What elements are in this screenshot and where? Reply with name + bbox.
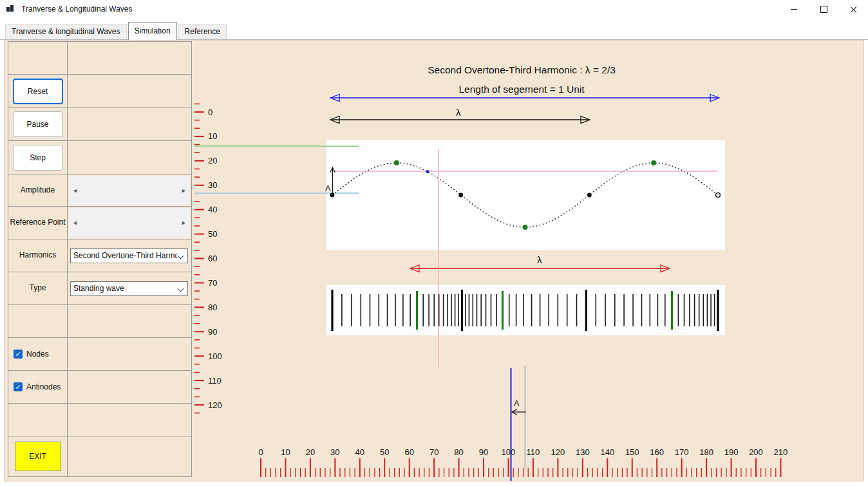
scroll-left-icon[interactable]: ◄ [72,187,78,194]
type-cell: Standing wave [68,272,192,305]
close-icon [850,6,857,13]
antinodes-label: Antinodes [26,382,61,391]
longitudinal-wave-panel [326,285,725,335]
amplitude-scroll-cell: ◄ ► [68,174,192,207]
antinodes-cell: ✓ Antinodes [8,371,68,404]
maximize-button[interactable] [809,0,838,18]
tab-reference[interactable]: Reference [178,24,227,39]
empty-cell [68,436,192,477]
type-value: Standing wave [71,284,177,293]
app-icon [6,5,15,13]
nodes-cell: ✓ Nodes [8,338,68,371]
empty-cell [8,42,68,75]
harmonics-value: Second Overtone-Third Harmonic [71,251,177,260]
empty-cell [8,305,68,338]
harmonics-dropdown[interactable]: Second Overtone-Third Harmonic [70,248,188,263]
exit-button[interactable]: EXIT [15,442,61,471]
scroll-left-icon[interactable]: ◄ [72,220,78,226]
exit-cell: EXIT [8,436,68,477]
check-icon: ✓ [15,350,21,359]
window-title: Tranverse & Longitudinal Waves [21,5,133,14]
reference-point-label: Reference Point [8,207,68,239]
scroll-right-icon[interactable]: ► [181,220,187,226]
chevron-down-icon [178,285,184,292]
empty-cell [68,338,192,371]
chevron-down-icon [178,252,184,259]
harmonics-label: Harmonics [8,239,68,272]
amplitude-label: Amplitude [8,174,68,207]
sim-title: Second Overtone-Third Harmonic : λ = 2/3 [322,64,721,76]
reset-cell: Reset [8,75,68,108]
empty-cell [68,141,192,174]
tab-transverse-longitudinal[interactable]: Tranverse & longitudinal Waves [5,24,127,39]
empty-cell [8,404,68,436]
window-controls [779,0,868,18]
sim-subtitle: Length of segement = 1 Unit [322,84,721,95]
antinodes-checkbox[interactable]: ✓ [14,382,23,391]
scroll-right-icon[interactable]: ► [181,187,187,194]
nodes-checkbox[interactable]: ✓ [14,350,23,359]
control-panel: Reset Pause Step Amplitude ◄ ► Reference… [8,41,192,477]
check-icon: ✓ [15,382,21,391]
empty-cell [68,404,192,436]
amplitude-scrollbar[interactable]: ◄ ► [69,176,190,205]
minimize-icon [791,9,797,10]
type-dropdown[interactable]: Standing wave [70,281,188,296]
type-label: Type [8,272,68,305]
tab-bar: Tranverse & longitudinal Waves Simulatio… [0,18,868,40]
empty-cell [68,305,192,338]
tab-simulation[interactable]: Simulation [128,22,177,40]
reference-point-scroll-cell: ◄ ► [68,207,192,239]
empty-cell [68,371,192,404]
empty-cell [68,108,192,141]
transverse-wave-panel [326,140,725,250]
empty-cell [68,75,192,108]
nodes-label: Nodes [26,350,49,359]
step-cell: Step [8,141,68,174]
close-button[interactable] [838,0,868,18]
maximize-icon [820,6,827,13]
harmonics-cell: Second Overtone-Third Harmonic [68,239,192,272]
app-window: Tranverse & Longitudinal Waves Tranverse… [0,0,868,486]
empty-cell [68,42,192,75]
minimize-button[interactable] [779,0,809,18]
step-button[interactable]: Step [13,145,63,171]
reference-point-scrollbar[interactable]: ◄ ► [69,208,190,238]
reset-button[interactable]: Reset [13,79,63,104]
pause-button[interactable]: Pause [13,111,63,137]
titlebar: Tranverse & Longitudinal Waves [0,0,868,18]
pause-cell: Pause [8,108,68,141]
